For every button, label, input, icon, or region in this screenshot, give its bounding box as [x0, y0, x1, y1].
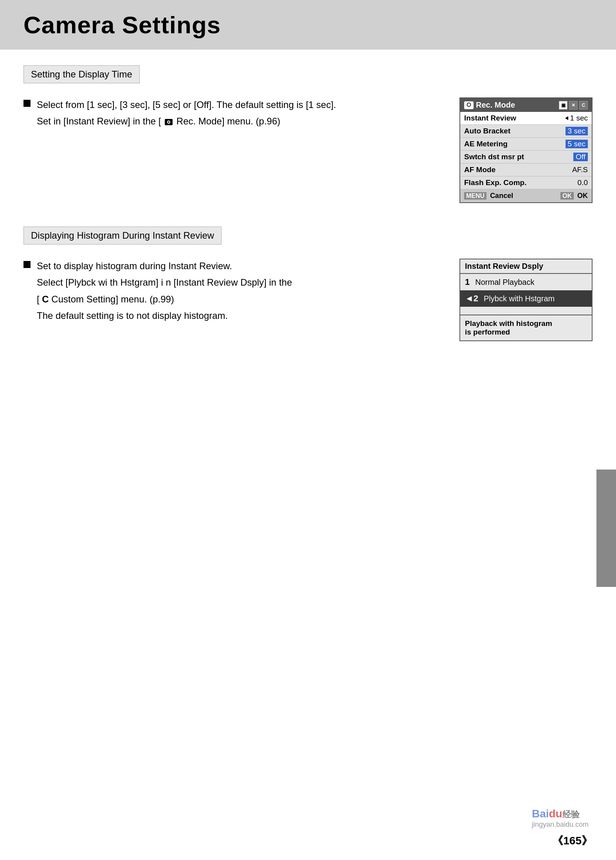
- section2-bullet-text: Set to display histogram during Instant …: [37, 259, 444, 325]
- menu-row-instant-review: Instant Review 1 sec: [460, 112, 592, 125]
- icon-rec: ▣: [559, 101, 567, 110]
- cursor-arrow-icon: [565, 116, 568, 120]
- section1-row: Select from [1 sec], [3 sec], [5 sec] or…: [23, 97, 593, 203]
- section2-line4: The default setting is to not display hi…: [37, 308, 444, 323]
- bullet-icon: [23, 100, 31, 107]
- section2-line2: Select [Plybck wi th Hstgram] i n [Insta…: [37, 275, 444, 290]
- review-row1-label: Normal Playback: [475, 278, 534, 287]
- review-panel-header: Instant Review Dsply: [460, 259, 592, 274]
- page-header: Camera Settings: [0, 0, 616, 50]
- ok-btn: OK: [560, 192, 574, 200]
- section1-line2: Set in [Instant Review] in the [ Rec. Mo…: [37, 114, 444, 129]
- watermark-url: jingyan.baidu.com: [532, 820, 589, 829]
- watermark-logo: Baidu经验: [532, 808, 589, 820]
- menu-row-swtch: Swtch dst msr pt Off: [460, 151, 592, 164]
- camera-menu-header: Rec. Mode ▣ ✕ C: [460, 98, 592, 112]
- menu-cancel-label: MENU Cancel: [464, 192, 513, 200]
- section1-line1: Select from [1 sec], [3 sec], [5 sec] or…: [37, 97, 444, 112]
- review-row2-num: ◄2: [465, 293, 478, 304]
- review-spacer: [460, 307, 592, 315]
- section2-line1: Set to display histogram during Instant …: [37, 259, 444, 273]
- section2-text: Set to display histogram during Instant …: [23, 259, 459, 329]
- page-container: Camera Settings Setting the Display Time…: [0, 0, 616, 860]
- review-row2-label: Plybck with Hstgram: [484, 294, 555, 303]
- sidebar-tab: [596, 470, 616, 587]
- section1-bullet-text: Select from [1 sec], [3 sec], [5 sec] or…: [37, 97, 444, 131]
- content-area: Setting the Display Time Select from [1 …: [0, 65, 616, 341]
- camera-menu-panel: Rec. Mode ▣ ✕ C Instant Review 1 sec Aut: [459, 97, 593, 203]
- icon-c: C: [579, 101, 588, 110]
- menu-row-flash: Flash Exp. Comp. 0.0: [460, 176, 592, 189]
- review-desc-line2: is performed: [465, 328, 587, 336]
- bullet2-icon: [23, 261, 31, 268]
- review-panel-desc: Playback with histogram is performed: [460, 315, 592, 340]
- icon-x: ✕: [569, 101, 578, 110]
- review-panel: Instant Review Dsply 1 Normal Playback ◄…: [459, 259, 593, 341]
- camera-menu-icons: ▣ ✕ C: [559, 101, 588, 110]
- review-desc-line1: Playback with histogram: [465, 319, 587, 328]
- camera-menu-footer: MENU Cancel OK OK: [460, 189, 592, 202]
- review-row1-num: 1: [465, 277, 470, 287]
- section1-text: Select from [1 sec], [3 sec], [5 sec] or…: [23, 97, 459, 135]
- page-number: 《165》: [552, 833, 593, 848]
- section2-bullet: Set to display histogram during Instant …: [23, 259, 444, 325]
- review-row-2: ◄2 Plybck with Hstgram: [460, 290, 592, 307]
- page-footer: 《165》: [552, 833, 593, 848]
- menu-row-auto-bracket: Auto Bracket 3 sec: [460, 125, 592, 138]
- watermark: Baidu经验 jingyan.baidu.com: [532, 808, 589, 829]
- camera-menu-title: Rec. Mode: [476, 101, 515, 110]
- section1-bullet: Select from [1 sec], [3 sec], [5 sec] or…: [23, 97, 444, 131]
- menu-btn: MENU: [464, 192, 486, 200]
- page-title: Camera Settings: [23, 11, 593, 39]
- section2-row: Set to display histogram during Instant …: [23, 259, 593, 341]
- menu-ok-label: OK OK: [560, 192, 588, 200]
- review-row-1: 1 Normal Playback: [460, 274, 592, 290]
- section2-label: Displaying Histogram During Instant Revi…: [23, 227, 222, 245]
- section2-line3: [ C Custom Setting] menu. (p.99): [37, 292, 444, 307]
- menu-row-ae-metering: AE Metering 5 sec: [460, 138, 592, 151]
- section2: Displaying Histogram During Instant Revi…: [23, 227, 593, 341]
- menu-row-af-mode: AF Mode AF.S: [460, 164, 592, 176]
- section1-label: Setting the Display Time: [23, 65, 140, 83]
